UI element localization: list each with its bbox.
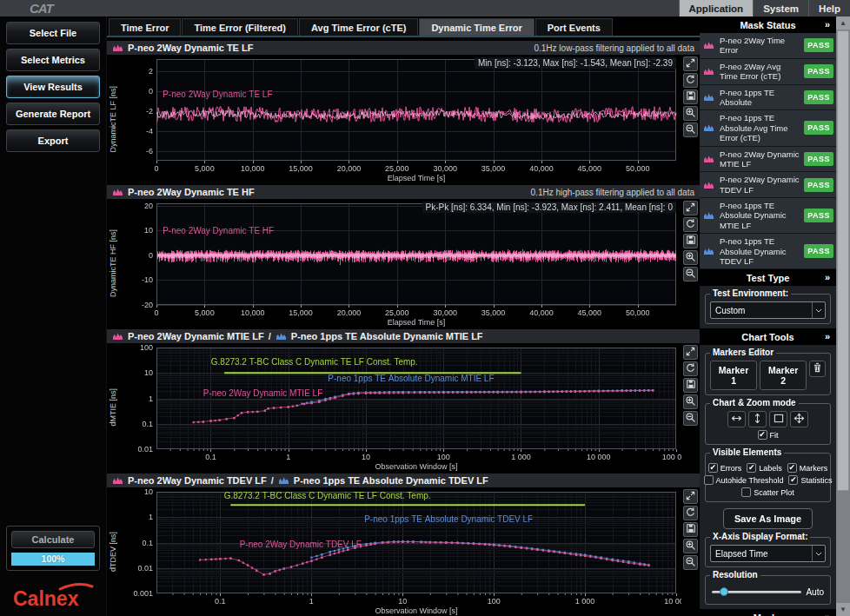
zoom-in-button[interactable]: [683, 394, 698, 409]
y-axis-label-text: dMTIE [ns]: [109, 388, 117, 427]
y-axis-label-text: dTDEV [ns]: [109, 532, 117, 572]
save-button[interactable]: [683, 522, 698, 537]
box-zoom-button[interactable]: [769, 411, 787, 427]
scatter-plot-checkbox[interactable]: Scatter Plot: [741, 487, 794, 497]
collapse-chevron-icon[interactable]: »: [825, 612, 830, 616]
chart-panel-1: P-neo 2Way Dynamic TE LF0.1Hz low-pass f…: [107, 41, 700, 183]
refresh-button[interactable]: [683, 217, 698, 232]
generate-report-button[interactable]: Generate Report: [6, 103, 100, 125]
scroll-up-arrow-icon[interactable]: ▲: [836, 17, 850, 30]
calculate-button[interactable]: Calculate: [11, 531, 95, 548]
collapse-chevron-icon[interactable]: »: [825, 19, 830, 30]
plot-area: Pk-Pk [ns]: 6.334, Min [ns]: -3.923, Max…: [118, 199, 681, 328]
zoom-out-button[interactable]: [683, 555, 698, 570]
statistics-checkbox[interactable]: ✔Statistics: [788, 475, 832, 485]
save-as-image-button[interactable]: Save As Image: [723, 508, 813, 529]
autohide-threshold-checkbox[interactable]: Autohide Threshold: [704, 475, 784, 485]
chart-canvas-4[interactable]: [118, 487, 681, 616]
checkbox-checked: ✔: [788, 475, 798, 485]
test-environment-select[interactable]: Custom: [710, 301, 826, 319]
visible-elements-checkboxes: ✔Errors✔Labels✔MarkersAutohide Threshold…: [710, 463, 826, 497]
section-header-chart-tools[interactable]: Chart Tools »: [700, 328, 836, 345]
mask-status-item[interactable]: P-neo 1pps TE Absolute Dynamic TDEV LFPA…: [700, 234, 836, 269]
marker-1-button[interactable]: Marker 1: [710, 361, 757, 390]
mask-status-item[interactable]: P-neo 2Way Dynamic TDEV LFPASS: [700, 172, 836, 198]
collapse-chevron-icon[interactable]: »: [825, 272, 830, 282]
refresh-button[interactable]: [683, 73, 698, 88]
tab-time-error[interactable]: Time Error: [109, 18, 181, 36]
select-metrics-button[interactable]: Select Metrics: [6, 49, 100, 71]
markers-checkbox[interactable]: ✔Markers: [787, 463, 828, 473]
refresh-button[interactable]: [683, 361, 698, 376]
tab-port-events[interactable]: Port Events: [535, 18, 613, 36]
mask-status-item[interactable]: P-neo 1pps TE AbsolutePASS: [700, 85, 836, 111]
tab-time-error-filtered-[interactable]: Time Error (Filtered): [182, 18, 298, 36]
menu-item-system[interactable]: System: [753, 0, 808, 17]
marker-2-button[interactable]: Marker 2: [760, 361, 807, 390]
scrollbar-thumb[interactable]: [837, 30, 849, 491]
save-icon: [686, 90, 696, 103]
chart-canvas-2[interactable]: [118, 199, 681, 328]
zoom-out-button[interactable]: [683, 123, 698, 137]
filter-note: 0.1Hz high-pass filtering applied to all…: [531, 188, 694, 197]
zoom-out-button[interactable]: [683, 411, 698, 426]
resolution-label: Resolution: [710, 570, 760, 580]
horizontal-zoom-button[interactable]: [727, 411, 746, 427]
export-button[interactable]: Export: [6, 129, 100, 152]
zoom-out-button[interactable]: [683, 267, 698, 282]
test-environment-value: Custom: [715, 306, 812, 315]
zoom-in-button[interactable]: [683, 250, 698, 265]
expand-button[interactable]: [683, 489, 698, 504]
zoom-in-button[interactable]: [683, 106, 698, 121]
expand-button[interactable]: [683, 201, 698, 215]
zoom-in-icon: [685, 251, 696, 265]
resolution-slider[interactable]: [712, 591, 801, 593]
refresh-button[interactable]: [683, 506, 698, 520]
tab-dynamic-time-error[interactable]: Dynamic Time Error: [419, 18, 534, 36]
vertical-zoom-button[interactable]: [748, 411, 767, 427]
resolution-slider-knob[interactable]: [720, 587, 728, 596]
scroll-down-arrow-icon[interactable]: ▼: [836, 603, 850, 616]
chart-statistics: Pk-Pk [ns]: 6.334, Min [ns]: -3.923, Max…: [422, 202, 676, 213]
zoom-in-button[interactable]: [683, 539, 698, 553]
save-button[interactable]: [683, 378, 698, 393]
title-separator: /: [269, 331, 271, 341]
xaxis-format-select[interactable]: Elapsed Time: [710, 545, 826, 562]
mask-status-item[interactable]: P-neo 2Way Avg Time Error (cTE)PASS: [700, 59, 836, 85]
tab-avg-time-error-cte-[interactable]: Avg Time Error (cTE): [299, 18, 418, 36]
chart-canvas-3[interactable]: [118, 343, 681, 472]
checkbox-checked: ✔: [758, 430, 767, 440]
menu-item-help[interactable]: Help: [808, 0, 850, 17]
mask-status-label: P-neo 1pps TE Absolute Avg Time Error (c…: [720, 113, 800, 142]
section-header-test-type[interactable]: Test Type »: [700, 269, 836, 286]
left-sidebar: Select FileSelect MetricsView ResultsGen…: [0, 17, 107, 616]
labels-checkbox[interactable]: ✔Labels: [747, 463, 782, 473]
select-file-button[interactable]: Select File: [6, 22, 100, 44]
section-header-mask-status[interactable]: Mask Status »: [700, 17, 836, 33]
expand-button[interactable]: [683, 56, 698, 71]
section-header-masks[interactable]: Masks »: [700, 609, 836, 616]
mask-status-item[interactable]: P-neo 1pps TE Absolute Avg Time Error (c…: [700, 110, 836, 146]
errors-checkbox[interactable]: ✔Errors: [708, 463, 742, 473]
expand-icon: [685, 57, 696, 71]
mask-status-item[interactable]: P-neo 2Way Time ErrorPASS: [700, 33, 836, 59]
cat-logo: CAT: [30, 1, 53, 16]
save-button[interactable]: [683, 89, 698, 104]
collapse-chevron-icon[interactable]: »: [825, 331, 830, 341]
mask-status-item[interactable]: P-neo 1pps TE Absolute Dynamic MTIE LFPA…: [700, 198, 836, 234]
save-button[interactable]: [683, 234, 698, 248]
view-results-button[interactable]: View Results: [6, 76, 100, 98]
chart-canvas-1[interactable]: [118, 55, 681, 183]
refresh-icon: [685, 507, 696, 520]
checkbox-label: Markers: [800, 464, 828, 473]
horizontal-zoom-icon: [731, 413, 742, 426]
fit-checkbox[interactable]: ✔Fit: [758, 430, 779, 440]
y-axis-label: DynamicTE LF [ns]: [107, 55, 118, 183]
menu-item-application[interactable]: Application: [679, 0, 754, 17]
expand-button[interactable]: [683, 345, 698, 360]
mask-status-item[interactable]: P-neo 2Way Dynamic MTIE LFPASS: [700, 147, 836, 173]
mask-chart-icon: [703, 37, 716, 53]
pan-button[interactable]: [790, 411, 808, 427]
vertical-scrollbar[interactable]: ▲ ▼: [836, 17, 850, 616]
delete-marker-button[interactable]: [809, 361, 826, 377]
